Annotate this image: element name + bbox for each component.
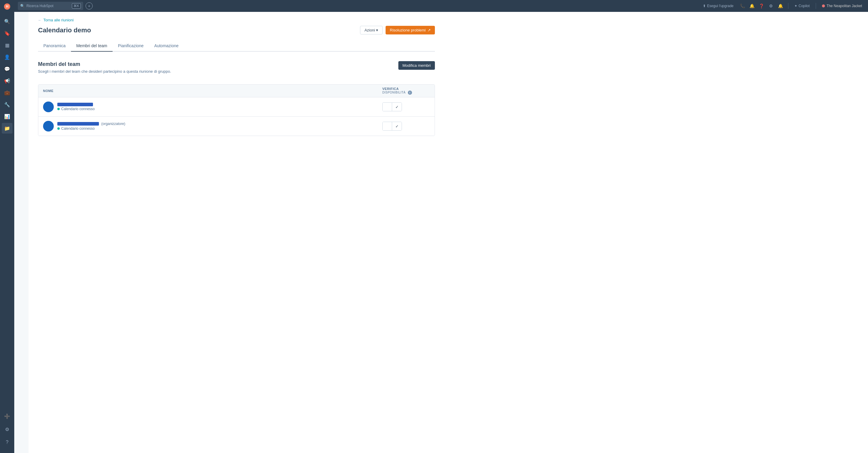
tab-pianificazione[interactable]: Pianificazione	[113, 40, 149, 52]
status-dot-2	[57, 127, 60, 130]
member-name-1	[57, 103, 93, 106]
actions-button[interactable]: Azioni ▾	[360, 26, 382, 34]
sales-icon[interactable]: 💼	[2, 87, 12, 98]
organizer-label: (organizzatore)	[101, 122, 125, 126]
back-link[interactable]: Torna alle riunioni	[43, 18, 74, 22]
member-details-1: Calendario connesso	[57, 103, 95, 111]
verifica-toggle-2: ✓	[382, 122, 430, 131]
conversations-icon[interactable]: 💬	[2, 64, 12, 74]
search-bar[interactable]: 🔍 Ricerca HubSpot ⌘K	[18, 2, 83, 10]
page-header: Calendario demo Azioni ▾ Risoluzione pro…	[38, 26, 435, 34]
verifica-toggle-1: ✓	[382, 102, 430, 111]
col-name-header: NOME	[43, 89, 382, 93]
members-table: NOME VERIFICA DISPONIBILITÀ i	[38, 84, 435, 136]
keyboard-shortcut: ⌘K	[72, 3, 81, 9]
add-apps-icon[interactable]: ➕	[2, 411, 12, 422]
tab-membri-del-team[interactable]: Membri del team	[71, 40, 113, 52]
avatar-2	[43, 121, 54, 131]
user-menu[interactable]: The Neapolitan Jacket	[819, 3, 864, 9]
tab-automazione[interactable]: Automazione	[149, 40, 184, 52]
top-navigation: 🔍 Ricerca HubSpot ⌘K + ⬆ Esegui l'upgrad…	[14, 0, 868, 12]
alerts-icon[interactable]: 🔔	[776, 2, 784, 10]
notifications-icon[interactable]: 🔔	[748, 2, 756, 10]
member-status-1: Calendario connesso	[57, 107, 95, 111]
marketing-icon[interactable]: 📢	[2, 75, 12, 86]
troubleshoot-button[interactable]: Risoluzione problemi ↗	[385, 26, 435, 34]
page-actions: Azioni ▾ Risoluzione problemi ↗	[360, 26, 435, 34]
toggle-on-2[interactable]: ✓	[392, 122, 402, 130]
table-row: (organizzatore) Calendario connesso ✓	[38, 117, 435, 136]
nav-icons: 📞 🔔 ❓ ⚙ 🔔	[738, 2, 784, 10]
contacts-icon[interactable]: 👤	[2, 52, 12, 62]
member-info-2: (organizzatore) Calendario connesso	[43, 121, 382, 131]
member-name-2	[57, 122, 99, 126]
section-title: Membri del team	[38, 61, 171, 67]
table-header: NOME VERIFICA DISPONIBILITÀ i	[38, 85, 435, 97]
search-sidebar-icon[interactable]: 🔍	[2, 16, 12, 27]
reports-icon[interactable]: 📊	[2, 111, 12, 122]
tab-panoramica[interactable]: Panoramica	[38, 40, 71, 52]
add-button[interactable]: +	[86, 2, 93, 9]
section-header: Membri del team Scegli i membri del team…	[38, 61, 435, 79]
info-icon[interactable]: i	[408, 91, 412, 95]
user-name: The Neapolitan Jacket	[827, 4, 862, 8]
member-status-2: Calendario connesso	[57, 126, 125, 131]
service-icon[interactable]: 🔧	[2, 99, 12, 110]
status-dot-1	[57, 108, 60, 110]
external-link-icon: ↗	[428, 28, 431, 32]
toggle-off-2[interactable]	[382, 122, 392, 130]
dashboard-icon[interactable]: ▦	[2, 40, 12, 51]
bookmark-icon[interactable]: 🔖	[2, 28, 12, 39]
phone-icon[interactable]: 📞	[738, 2, 746, 10]
search-placeholder: Ricerca HubSpot	[26, 4, 54, 8]
edit-members-button[interactable]: Modifica membri	[398, 61, 435, 70]
upgrade-button[interactable]: ⬆ Esegui l'upgrade	[701, 3, 736, 9]
upgrade-icon: ⬆	[703, 4, 706, 8]
toggle-container-2[interactable]: ✓	[382, 122, 402, 131]
help-icon[interactable]: ?	[2, 437, 12, 448]
toggle-off-1[interactable]	[382, 103, 392, 111]
sidebar: H 🔍 🔖 ▦ 👤 💬 📢 💼 🔧 📊 📁 ➕ ⚙ ?	[0, 0, 14, 453]
tabs: Panoramica Membri del team Pianificazion…	[38, 40, 435, 52]
nav-divider-2	[816, 3, 816, 9]
main-content: ← Torna alle riunioni Calendario demo Az…	[29, 12, 868, 453]
copilot-icon: ✦	[794, 4, 797, 8]
help-nav-icon[interactable]: ❓	[757, 2, 766, 10]
user-avatar-dot	[822, 4, 825, 7]
toggle-on-1[interactable]: ✓	[392, 103, 402, 111]
chevron-down-icon: ▾	[376, 28, 378, 32]
member-details-2: (organizzatore) Calendario connesso	[57, 122, 125, 131]
back-arrow-icon: ←	[38, 18, 41, 22]
nav-divider	[788, 3, 788, 9]
copilot-button[interactable]: ✦ Copilot	[792, 3, 812, 9]
hubspot-logo[interactable]: H	[3, 2, 11, 11]
member-info-1: Calendario connesso	[43, 101, 382, 112]
avatar-1	[43, 101, 54, 112]
toggle-container-1[interactable]: ✓	[382, 102, 402, 111]
table-row: Calendario connesso ✓	[38, 97, 435, 117]
section-membri: Membri del team Scegli i membri del team…	[38, 61, 435, 136]
settings-nav-icon[interactable]: ⚙	[767, 2, 775, 10]
page-title: Calendario demo	[38, 26, 91, 34]
section-description: Scegli i membri del team che desideri pa…	[38, 69, 171, 74]
breadcrumb: ← Torna alle riunioni	[38, 18, 435, 22]
col-verifica-header: VERIFICA DISPONIBILITÀ i	[382, 87, 430, 95]
svg-text:H: H	[6, 4, 9, 9]
settings-icon[interactable]: ⚙	[2, 424, 12, 434]
library-icon[interactable]: 📁	[2, 123, 12, 134]
search-icon: 🔍	[20, 4, 25, 8]
